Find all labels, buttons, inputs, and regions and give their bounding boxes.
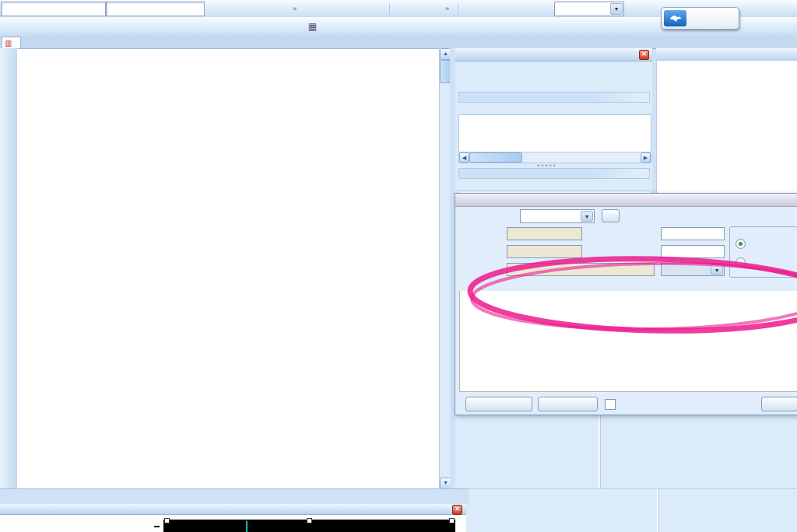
scherrer-calculator-dialog[interactable]: ▾ ▾	[455, 193, 797, 415]
kalpha1-field[interactable]	[507, 227, 582, 240]
application-window: » » ▾ ▦ ▾ » ▥	[0, 0, 797, 532]
close-icon[interactable]: ✕	[452, 505, 462, 515]
chevron-down-icon[interactable]: ▾	[610, 3, 623, 15]
anode-material-select[interactable]: ▾	[520, 209, 595, 223]
document-tab-bar: ▥	[0, 36, 797, 49]
chevron-down-icon[interactable]: ▾	[711, 264, 723, 275]
annotation-row	[455, 326, 797, 338]
side-toolbar	[0, 48, 18, 492]
document-tab-1200[interactable]: ▥	[2, 37, 21, 49]
lists-pane-title	[455, 48, 652, 61]
crystallite-size-radio[interactable]	[736, 239, 746, 249]
bird-icon	[664, 10, 686, 26]
mode-group	[729, 226, 797, 278]
toolbar-overflow-icon[interactable]: »	[445, 5, 449, 12]
strip-chart-icon[interactable]: ▦	[305, 19, 320, 33]
accepted-pattern-columns	[458, 103, 650, 114]
stay-on-top-checkbox[interactable]	[605, 399, 616, 410]
kalpha-field[interactable]	[507, 263, 655, 276]
xrd-chart-pane[interactable]	[17, 48, 440, 490]
xrd-plot	[17, 49, 439, 489]
kalpha-select[interactable]: ▾	[661, 263, 725, 276]
chevron-down-icon[interactable]: ▾	[581, 211, 593, 222]
search-mode-select[interactable]: ▾	[554, 2, 624, 16]
candidates-header	[458, 168, 650, 179]
scroll-right-icon[interactable]: ▶	[641, 152, 651, 163]
dspacing-readout[interactable]	[106, 2, 205, 16]
selection-handle[interactable]	[307, 518, 312, 523]
close-icon[interactable]: ✕	[639, 50, 649, 60]
shape-factor-field[interactable]	[661, 245, 725, 258]
scroll-left-icon[interactable]: ◀	[459, 152, 469, 163]
close-button[interactable]	[761, 397, 797, 411]
additional-graphics-strip[interactable]	[0, 515, 466, 532]
lower-panels	[455, 414, 797, 532]
lattice-strain-radio[interactable]	[736, 257, 746, 268]
dialog-title[interactable]	[455, 194, 797, 207]
toolbar-overflow-icon[interactable]: »	[293, 5, 297, 12]
chart-vertical-scrollbar[interactable]: ▲ ▼	[439, 48, 451, 488]
candidates-columns	[458, 179, 650, 191]
accepted-pattern-list[interactable]	[458, 114, 651, 153]
kalpha2-field[interactable]	[507, 245, 582, 258]
accepted-pattern-header	[458, 92, 650, 103]
scrollbar-thumb[interactable]	[469, 152, 522, 163]
clear-table-button[interactable]	[538, 397, 598, 411]
additional-graphics-header: ✕	[0, 504, 466, 515]
selection-handle[interactable]	[449, 518, 455, 523]
view-tab-bar	[0, 488, 469, 505]
results-table-columns	[459, 278, 797, 289]
scan-document-icon: ▥	[5, 39, 12, 47]
download-manager-badge[interactable]	[661, 7, 739, 30]
results-table-body[interactable]	[459, 291, 797, 392]
overview-peak-marker	[246, 521, 248, 532]
browse-anode-button[interactable]	[602, 209, 620, 222]
position-readout[interactable]	[1, 2, 106, 16]
selection-handle[interactable]	[164, 518, 170, 523]
object-inspector-body	[656, 60, 797, 194]
copy-button[interactable]	[465, 397, 532, 411]
ka-ratio-field[interactable]	[661, 227, 725, 240]
